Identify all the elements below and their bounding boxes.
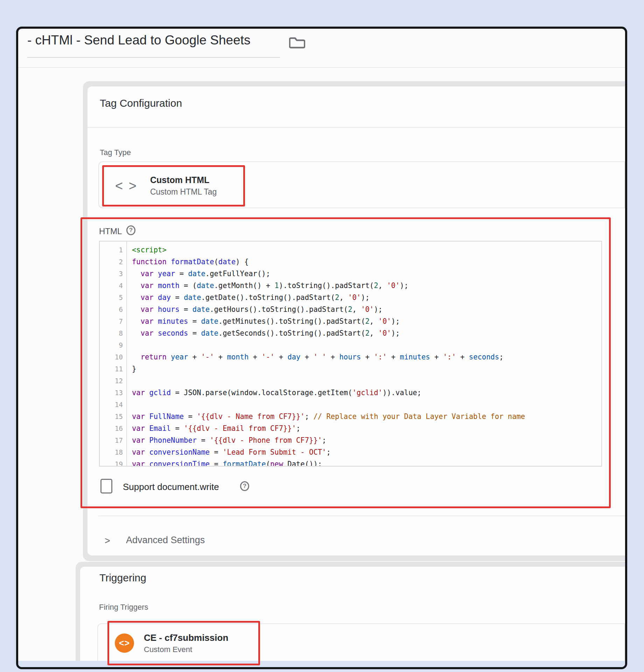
tag-configuration-heading: Tag Configuration [100,97,182,109]
page: - cHTMl - Send Lead to Google Sheets Tag… [0,0,644,672]
html-field-label: HTML [99,226,122,236]
tag-type-description: Custom HTML Tag [150,187,217,197]
trigger-type: Custom Event [144,645,228,654]
gtm-tag-editor-panel: - cHTMl - Send Lead to Google Sheets Tag… [16,27,627,669]
tag-configuration-divider [88,127,625,128]
code-brackets-icon: < > [115,178,138,194]
editor-code: <script>function formatDate(date) { var … [127,241,601,466]
header-divider [18,67,625,68]
support-document-write-checkbox[interactable] [100,479,112,493]
title-underline [27,57,280,58]
tag-name-title[interactable]: - cHTMl - Send Lead to Google Sheets [27,33,251,48]
support-document-write-help-icon[interactable]: ? [240,481,249,491]
triggering-heading: Triggering [99,572,146,584]
firing-triggers-label: Firing Triggers [99,603,148,612]
advanced-settings-toggle[interactable]: Advanced Settings [126,535,205,546]
tag-type-label: Tag Type [100,148,131,157]
editor-gutter: 12345678910111213141516171819 [100,241,127,466]
trigger-name: CE - cf7submission [144,632,228,643]
tag-type-annotation-box: < > Custom HTML Custom HTML Tag [102,165,245,206]
html-code-editor[interactable]: 12345678910111213141516171819 <script>fu… [99,241,602,467]
chevron-right-icon[interactable]: > [105,536,110,546]
tag-type-name: Custom HTML [150,175,217,185]
folder-icon[interactable] [289,36,305,50]
trigger-annotation-box[interactable]: <> CE - cf7submission Custom Event [107,621,260,665]
advanced-settings-divider [98,516,625,516]
html-help-icon[interactable]: ? [126,225,135,235]
support-document-write-label: Support document.write [123,482,219,492]
custom-event-trigger-icon: <> [115,634,134,653]
